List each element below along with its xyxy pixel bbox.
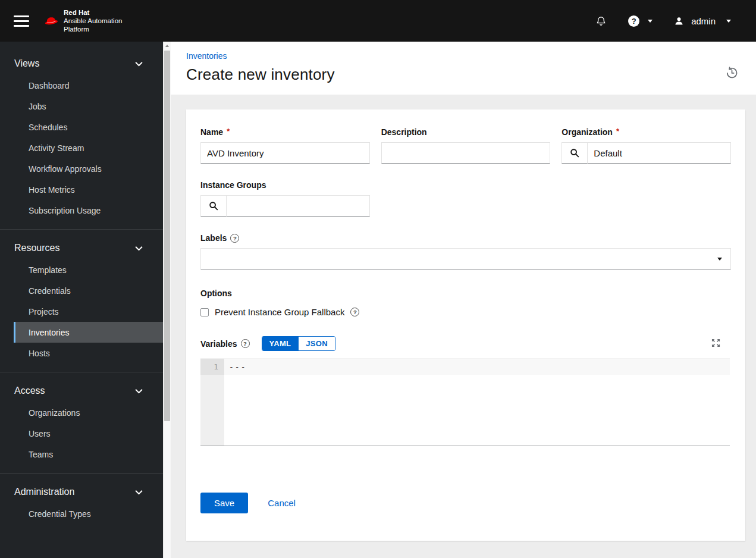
- name-input[interactable]: [200, 142, 370, 164]
- sidebar-item-credential-types[interactable]: Credential Types: [14, 503, 163, 524]
- variables-section: Variables ? YAML JSON: [200, 317, 731, 446]
- sidebar-item-dashboard[interactable]: Dashboard: [14, 75, 163, 96]
- json-toggle-button[interactable]: JSON: [298, 337, 335, 350]
- page-header: Inventories Create new inventory: [171, 42, 756, 95]
- prevent-instance-group-fallback-label[interactable]: Prevent Instance Group Fallback: [215, 307, 344, 317]
- question-circle-icon: ?: [628, 15, 639, 27]
- instance-groups-search-button[interactable]: [200, 195, 227, 217]
- nav-section-views: Views Dashboard Jobs Schedules Activity …: [0, 49, 163, 229]
- hamburger-icon: [14, 25, 29, 27]
- organization-search-button[interactable]: [561, 142, 588, 164]
- save-button[interactable]: Save: [200, 493, 248, 513]
- user-menu-button[interactable]: admin: [674, 16, 731, 26]
- description-input[interactable]: [381, 142, 551, 164]
- app-window: Red Hat Ansible Automation Platform ?: [0, 0, 756, 558]
- labels-select[interactable]: [200, 248, 731, 269]
- breadcrumb-link-inventories[interactable]: Inventories: [186, 51, 227, 61]
- variables-help-icon[interactable]: ?: [241, 339, 250, 348]
- brand-line-3: Platform: [64, 25, 122, 33]
- sidebar-item-teams[interactable]: Teams: [14, 444, 163, 465]
- redhat-fedora-icon: [43, 14, 60, 27]
- create-inventory-form: Name * Description: [200, 127, 731, 513]
- activity-history-button[interactable]: [726, 67, 738, 81]
- required-asterisk: *: [616, 127, 619, 136]
- redhat-brand-logo: Red Hat Ansible Automation Platform: [43, 8, 122, 33]
- labels-help-icon[interactable]: ?: [230, 234, 239, 243]
- cancel-button[interactable]: Cancel: [268, 498, 296, 508]
- form-actions: Save Cancel: [200, 493, 731, 513]
- sidebar-item-jobs[interactable]: Jobs: [14, 96, 163, 117]
- nav-section-access: Access Organizations Users Teams: [0, 372, 163, 473]
- masthead-actions: ? admin: [595, 15, 756, 27]
- line-number: 1: [200, 359, 224, 375]
- code-line: ---: [224, 359, 730, 375]
- nav-toggle-button[interactable]: [14, 15, 29, 27]
- chevron-down-icon: [135, 388, 143, 394]
- labels-field-group: Labels ?: [200, 233, 731, 269]
- variables-code-editor[interactable]: 1 ---: [200, 358, 730, 446]
- labels-label: Labels ?: [200, 233, 731, 243]
- sidebar-item-activity-stream[interactable]: Activity Stream: [14, 137, 163, 158]
- prevent-fallback-help-icon[interactable]: ?: [350, 308, 359, 316]
- instance-groups-label: Instance Groups: [200, 180, 370, 190]
- hamburger-icon: [14, 15, 29, 17]
- page-content: Inventories Create new inventory: [171, 42, 756, 558]
- options-section: Options Prevent Instance Group Fallback …: [200, 269, 731, 317]
- organization-field-group: Organization *: [561, 127, 731, 164]
- name-label: Name *: [200, 127, 370, 137]
- prevent-instance-group-fallback-checkbox[interactable]: [200, 308, 209, 316]
- description-field-group: Description: [381, 127, 551, 164]
- instance-groups-field-group: Instance Groups: [200, 180, 370, 217]
- user-icon: [674, 16, 684, 26]
- nav-section-header-views[interactable]: Views: [0, 54, 163, 75]
- masthead: Red Hat Ansible Automation Platform ?: [0, 0, 756, 42]
- form-card: Name * Description: [186, 109, 745, 541]
- brand-line-2: Ansible Automation: [64, 17, 122, 25]
- sidebar-item-organizations[interactable]: Organizations: [14, 402, 163, 423]
- notifications-button[interactable]: [595, 15, 607, 27]
- variables-format-toggle: YAML JSON: [262, 336, 335, 351]
- nav-section-resources: Resources Templates Credentials Projects…: [0, 229, 163, 372]
- nav-section-administration: Administration Credential Types: [0, 473, 163, 532]
- brand-line-1: Red Hat: [64, 8, 122, 17]
- caret-down-icon: [717, 258, 722, 261]
- sidebar-item-inventories[interactable]: Inventories: [14, 322, 163, 343]
- nav-section-label: Administration: [14, 487, 74, 497]
- instance-groups-input[interactable]: [227, 195, 370, 217]
- sidebar-nav: Views Dashboard Jobs Schedules Activity …: [0, 42, 163, 558]
- nav-section-header-administration[interactable]: Administration: [0, 482, 163, 503]
- page-main: Name * Description: [171, 95, 756, 558]
- yaml-toggle-button[interactable]: YAML: [262, 337, 299, 350]
- breadcrumb: Inventories: [186, 51, 741, 61]
- expand-arrows-icon: [711, 338, 720, 347]
- sidebar-item-credentials[interactable]: Credentials: [14, 280, 163, 301]
- chevron-down-icon: [648, 20, 653, 23]
- history-icon: [726, 67, 738, 79]
- sidebar-item-templates[interactable]: Templates: [14, 259, 163, 280]
- search-icon: [209, 201, 218, 211]
- editor-content[interactable]: ---: [224, 359, 730, 446]
- sidebar-item-subscription-usage[interactable]: Subscription Usage: [14, 200, 163, 221]
- scrollbar-thumb[interactable]: [164, 51, 170, 421]
- hamburger-icon: [14, 20, 29, 22]
- sidebar-item-hosts[interactable]: Hosts: [14, 343, 163, 363]
- sidebar-item-schedules[interactable]: Schedules: [14, 117, 163, 137]
- required-asterisk: *: [227, 127, 230, 136]
- help-menu-button[interactable]: ?: [628, 15, 653, 27]
- sidebar-item-workflow-approvals[interactable]: Workflow Approvals: [14, 158, 163, 179]
- nav-section-header-access[interactable]: Access: [0, 381, 163, 402]
- nav-section-header-resources[interactable]: Resources: [0, 238, 163, 259]
- chevron-down-icon: [726, 20, 731, 23]
- chevron-down-icon: [135, 61, 143, 67]
- sidebar-item-host-metrics[interactable]: Host Metrics: [14, 179, 163, 200]
- options-heading: Options: [200, 289, 731, 298]
- organization-input[interactable]: [588, 142, 731, 164]
- sidebar-item-users[interactable]: Users: [14, 423, 163, 444]
- sidebar-item-projects[interactable]: Projects: [14, 301, 163, 322]
- scrollbar-up-button[interactable]: [164, 42, 171, 49]
- triangle-up-icon: [165, 45, 169, 47]
- editor-expand-button[interactable]: [711, 338, 720, 349]
- sidebar-scrollbar[interactable]: [163, 42, 171, 558]
- organization-label: Organization *: [561, 127, 731, 137]
- user-name: admin: [691, 16, 716, 26]
